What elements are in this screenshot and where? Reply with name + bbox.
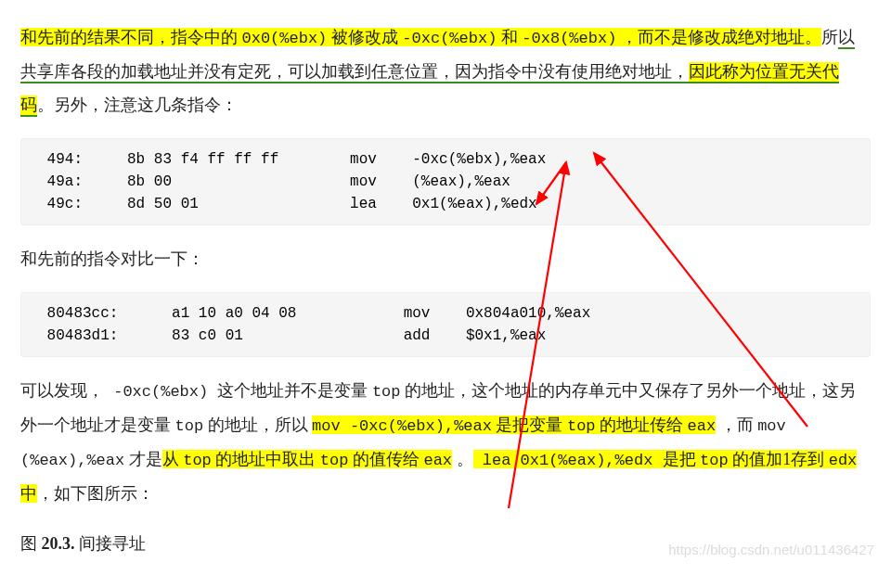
figure-label: 图 20.3. 间接寻址 bbox=[20, 527, 871, 560]
code-top-6: top bbox=[700, 452, 729, 469]
highlight-span: 和先前的结果不同，指令中的 0x0(%ebx) 被修改成 -0xc(%ebx) … bbox=[20, 28, 821, 46]
text: 的值加1存到 bbox=[729, 450, 829, 468]
code-neg0x8-ebx: -0x8(%ebx) bbox=[522, 30, 616, 47]
code-top-2: top bbox=[175, 417, 204, 435]
text: 和 bbox=[497, 28, 522, 46]
text: 所 bbox=[821, 28, 838, 46]
highlight-deref: 从 top 的地址中取出 top 的值传给 eax bbox=[162, 450, 452, 468]
text: 的地址传给 bbox=[596, 415, 688, 434]
text: 。另外，注意这几条指令： bbox=[37, 96, 238, 114]
code-eax-1: eax bbox=[688, 417, 717, 435]
code-neg0xc-ebx: -0xc(%ebx) bbox=[402, 30, 497, 47]
highlight-mov-addr: mov -0xc(%ebx),%eax 是把变量 top 的地址传给 eax bbox=[312, 415, 716, 434]
text: 是把变量 bbox=[492, 415, 567, 434]
figure-title: 间接寻址 bbox=[75, 534, 147, 553]
text: 被修改成 bbox=[327, 28, 402, 46]
code-top-1: top bbox=[372, 383, 401, 401]
text: 才是 bbox=[124, 450, 162, 468]
code-edx: edx bbox=[829, 452, 858, 469]
paragraph-1: 和先前的结果不同，指令中的 0x0(%ebx) 被修改成 -0xc(%ebx) … bbox=[20, 20, 871, 121]
figure-number: 20.3. bbox=[42, 534, 75, 553]
code-neg0xc-ebx-2: -0xc(%ebx) bbox=[104, 383, 217, 401]
text: ，如下图所示： bbox=[37, 484, 154, 503]
text: 的值传给 bbox=[348, 450, 423, 468]
text: 这个地址并不是变量 bbox=[217, 381, 372, 400]
code-block-disasm-1: 494: 8b 83 f4 ff ff ff mov -0xc(%ebx),%e… bbox=[20, 138, 871, 225]
text: 。 bbox=[452, 450, 473, 468]
code-block-disasm-2: 80483cc: a1 10 a0 04 08 mov 0x804a010,%e… bbox=[20, 292, 871, 357]
code-lea: lea 0x1(%eax),%edx bbox=[473, 452, 663, 469]
text: 是把 bbox=[663, 450, 701, 468]
document-page: 和先前的结果不同，指令中的 0x0(%ebx) 被修改成 -0xc(%ebx) … bbox=[0, 0, 891, 569]
code-eax-2: eax bbox=[423, 452, 452, 469]
code-mov-neg0xc: mov -0xc(%ebx),%eax bbox=[312, 417, 492, 435]
code-top-5: top bbox=[320, 452, 349, 469]
code-top-4: top bbox=[183, 452, 212, 469]
text: ，而不是修改成绝对地址。 bbox=[616, 28, 821, 46]
text: 从 bbox=[162, 450, 184, 468]
code-0x0-ebx: 0x0(%ebx) bbox=[242, 30, 328, 47]
paragraph-3: 可以发现， -0xc(%ebx) 这个地址并不是变量 top 的地址，这个地址的… bbox=[20, 374, 871, 510]
paragraph-2: 和先前的指令对比一下： bbox=[20, 242, 871, 275]
figure-prefix: 图 bbox=[20, 534, 42, 553]
text: ，而 bbox=[716, 415, 757, 434]
code-top-3: top bbox=[567, 417, 596, 435]
text: 和先前的结果不同，指令中的 bbox=[20, 28, 242, 46]
text: 的地址，所以 bbox=[203, 415, 312, 434]
text: 的地址中取出 bbox=[212, 450, 320, 468]
text: 可以发现， bbox=[20, 381, 104, 400]
text: 中 bbox=[20, 484, 37, 503]
